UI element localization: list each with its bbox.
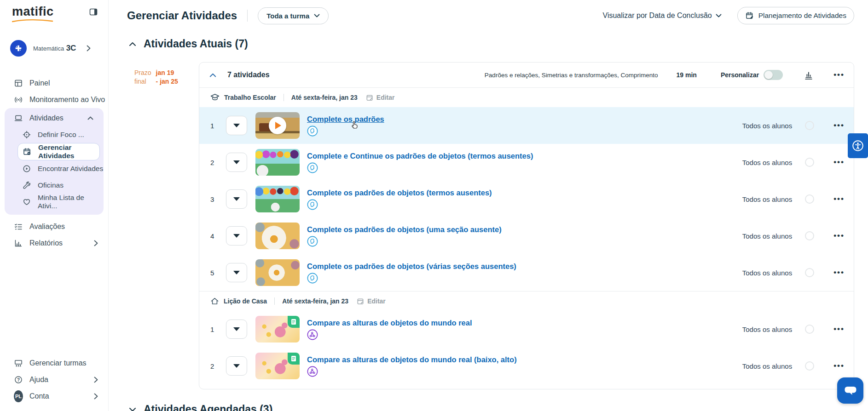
edit-due-date-button[interactable]: Editar [357, 297, 386, 305]
progress-ring [805, 361, 814, 371]
caret-down-icon [233, 160, 240, 164]
logo-text: matific [12, 5, 54, 18]
row-menu-button[interactable]: ••• [833, 121, 845, 130]
sidebar-item-label: Atividades [29, 114, 64, 122]
activity-row[interactable]: 3 Complete os padrões de objetos (termos… [199, 181, 854, 217]
personalize-toggle[interactable] [764, 70, 783, 80]
row-menu-button[interactable]: ••• [833, 158, 845, 167]
deadline-block: Prazofinal jan 19- jan 25 [109, 62, 199, 389]
sidebar-item-relatorios[interactable]: Relatórios [0, 235, 108, 251]
activity-row[interactable]: 1 Compare as alturas de objetos do mundo… [199, 311, 854, 348]
activity-title-link[interactable]: Complete os padrões de objetos (termos a… [307, 188, 492, 197]
chat-widget-button[interactable] [837, 377, 863, 404]
sidebar-item-avaliacoes[interactable]: Avaliações [0, 218, 108, 235]
reorder-dropdown[interactable] [226, 153, 247, 172]
report-chart-button[interactable] [804, 70, 813, 80]
chevron-right-icon [94, 377, 98, 383]
sidebar-item-gerenciar-atividades[interactable]: Gerenciar Atividades [17, 143, 100, 160]
group-header-licao-de-casa: Lição de Casa Até sexta-feira, jan 23 Ed… [199, 291, 854, 311]
panel-collapse-button[interactable] [209, 73, 216, 77]
activity-row[interactable]: 5 Complete os padrões de objetos (várias… [199, 254, 854, 291]
caret-down-icon [233, 364, 240, 368]
row-menu-button[interactable]: ••• [833, 194, 845, 204]
activity-thumbnail[interactable] [255, 223, 300, 249]
activity-planning-button[interactable]: Planejamento de Atividades [737, 7, 854, 24]
activity-title-link[interactable]: Complete os padrões [307, 115, 384, 124]
activity-title-link[interactable]: Compare as alturas de objetos do mundo r… [307, 319, 472, 327]
reorder-dropdown[interactable] [226, 263, 247, 282]
sidebar-item-encontrar-atividades[interactable]: Encontrar Atividades [5, 160, 104, 177]
activity-row[interactable]: 2 Complete e Continue os padrões de obje… [199, 144, 854, 181]
sidebar-item-definir-foco[interactable]: Definir Foco ... [5, 126, 104, 143]
caret-down-icon [233, 234, 240, 238]
classroom-icon [14, 359, 23, 368]
reorder-dropdown[interactable] [226, 189, 247, 209]
sidebar-item-painel[interactable]: Painel [0, 75, 108, 91]
sidebar-item-monitoramento[interactable]: Monitoramento ao Vivo [0, 91, 108, 108]
deadline-dates: jan 19- jan 25 [156, 69, 178, 85]
activity-row[interactable]: 4 Complete os padrões de objetos (uma se… [199, 217, 854, 254]
class-name: 3C [66, 44, 76, 52]
activity-thumbnail[interactable] [255, 149, 300, 176]
class-filter-dropdown[interactable]: Toda a turma [258, 7, 329, 24]
class-selector[interactable]: Matemática 3C [10, 40, 101, 57]
sidebar-item-label: Gerenciar turmas [29, 359, 87, 367]
play-overlay-icon[interactable] [269, 117, 286, 134]
sidebar-item-label: Minha Lista de Ativi... [38, 194, 104, 210]
section-collapse-button[interactable] [129, 407, 136, 411]
divider [274, 297, 275, 305]
activity-thumbnail[interactable] [255, 186, 300, 212]
sidebar-item-label: Oficinas [38, 181, 64, 189]
activity-title-link[interactable]: Complete e Continue os padrões de objeto… [307, 152, 533, 160]
reorder-dropdown[interactable] [226, 320, 247, 339]
activity-thumbnail[interactable] [255, 259, 300, 286]
group-due-date: Até sexta-feira, jan 23 [282, 297, 348, 305]
toggle-knob [764, 71, 773, 79]
audience-label: Todos os alunos [742, 269, 792, 277]
activity-thumbnail[interactable] [255, 112, 300, 139]
graduation-cap-icon [210, 93, 220, 102]
row-menu-button[interactable]: ••• [833, 268, 845, 277]
panel-menu-button[interactable]: ••• [833, 70, 845, 80]
activity-title-link[interactable]: Complete os padrões de objetos (várias s… [307, 262, 516, 271]
class-subject: Matemática [33, 45, 64, 52]
sidebar-item-gerenciar-turmas[interactable]: Gerenciar turmas [0, 355, 108, 371]
activity-thumbnail[interactable] [255, 316, 300, 342]
caret-down-icon [233, 197, 240, 201]
section-title: Atividades Atuais (7) [144, 38, 248, 50]
row-menu-button[interactable]: ••• [833, 231, 845, 240]
row-menu-button[interactable]: ••• [833, 361, 845, 371]
row-menu-button[interactable]: ••• [833, 325, 845, 334]
sidebar-collapse-button[interactable] [88, 6, 99, 17]
class-avatar [10, 40, 27, 57]
activities-panel: 7 atividades Padrões e relações, Simetri… [199, 62, 854, 389]
reorder-dropdown[interactable] [226, 116, 247, 135]
activity-row[interactable]: 2 Compare as alturas de objetos do mundo… [199, 348, 854, 384]
progress-ring [805, 325, 814, 334]
reorder-dropdown[interactable] [226, 226, 247, 245]
chevron-down-icon [129, 407, 136, 411]
chat-bubble-icon [843, 384, 858, 398]
sidebar-item-oficinas[interactable]: Oficinas [5, 177, 104, 194]
edit-due-date-button[interactable]: Editar [366, 94, 395, 102]
episode-type-icon [307, 162, 318, 173]
section-collapse-button[interactable] [129, 42, 136, 46]
activity-thumbnail[interactable] [255, 353, 300, 379]
episode-type-icon [307, 199, 318, 210]
live-broadcast-icon [14, 95, 23, 104]
current-section-header: Atividades Atuais (7) [129, 38, 868, 50]
activity-number: 3 [210, 195, 220, 203]
bar-chart-icon [804, 70, 813, 80]
activity-title-link[interactable]: Complete os padrões de objetos (uma seçã… [307, 225, 502, 234]
activity-title-link[interactable]: Compare as alturas de objetos do mundo r… [307, 355, 517, 364]
activity-row[interactable]: 1 Complete os padrões Todos os alunos ••… [199, 107, 854, 144]
reorder-dropdown[interactable] [226, 356, 247, 376]
sidebar-item-minha-lista[interactable]: Minha Lista de Ativi... [5, 194, 104, 210]
sidebar-item-atividades[interactable]: Atividades [5, 110, 104, 126]
sidebar-item-conta[interactable]: PL Conta [0, 388, 108, 405]
sidebar-item-ajuda[interactable]: ? Ajuda [0, 371, 108, 388]
accessibility-widget-button[interactable] [848, 133, 868, 158]
group-due-date: Até sexta-feira, jan 23 [291, 94, 358, 101]
view-by-dropdown[interactable]: Visualizar por Data de Conclusão [603, 11, 722, 20]
matific-logo[interactable]: matific [12, 6, 54, 23]
